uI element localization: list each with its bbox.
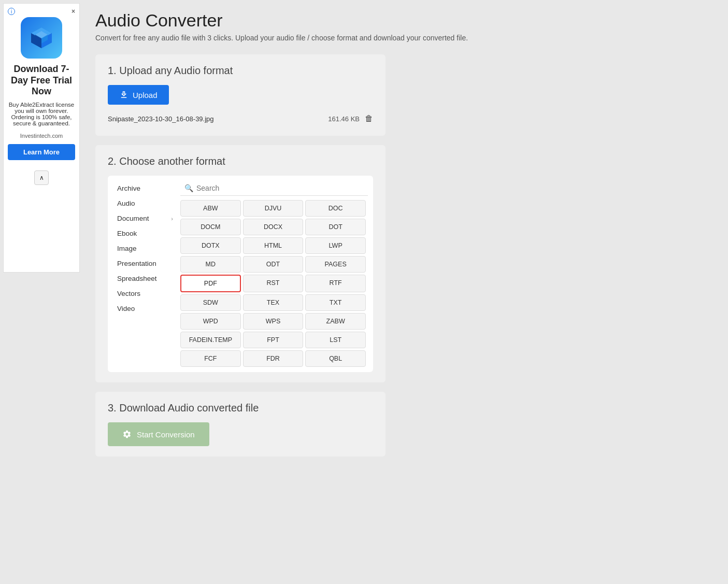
- format-section: 2. Choose another format ArchiveAudioDoc…: [95, 145, 386, 382]
- chevron-right-icon: ›: [171, 216, 173, 222]
- file-size: 161.46 KB: [328, 115, 360, 123]
- category-label: Presentation: [117, 260, 156, 267]
- ad-headline: Download 7-Day Free Trial Now: [8, 64, 75, 97]
- format-btn-pdf[interactable]: PDF: [180, 275, 241, 292]
- upload-icon: [119, 90, 129, 99]
- file-name: Snipaste_2023-10-30_16-08-39.jpg: [108, 115, 214, 123]
- ad-logo: [21, 17, 62, 59]
- page-subtitle: Convert for free any audio file with 3 c…: [95, 34, 712, 42]
- format-btn-fpt[interactable]: FPT: [243, 332, 304, 348]
- format-btn-txt[interactable]: TXT: [305, 294, 366, 311]
- delete-file-button[interactable]: 🗑: [365, 114, 373, 123]
- upload-section-title: 1. Upload any Audio format: [108, 65, 373, 77]
- category-item-audio[interactable]: Audio: [113, 196, 177, 211]
- ad-info-button[interactable]: i: [8, 8, 15, 15]
- format-btn-rtf[interactable]: RTF: [305, 275, 366, 292]
- category-item-video[interactable]: Video: [113, 301, 177, 316]
- category-label: Document: [117, 215, 149, 222]
- format-btn-wpd[interactable]: WPD: [180, 313, 241, 330]
- format-btn-html[interactable]: HTML: [243, 237, 304, 254]
- upload-button[interactable]: Upload: [108, 85, 169, 105]
- format-btn-docx[interactable]: DOCX: [243, 219, 304, 235]
- format-btn-djvu[interactable]: DJVU: [243, 200, 304, 217]
- format-btn-docm[interactable]: DOCM: [180, 219, 241, 235]
- download-section-title: 3. Download Audio converted file: [108, 402, 373, 414]
- format-btn-lst[interactable]: LST: [305, 332, 366, 348]
- format-btn-tex[interactable]: TEX: [243, 294, 304, 311]
- format-right: 🔍 ABWDJVUDOCDOCMDOCXDOTDOTXHTMLLWPMDODTP…: [180, 181, 368, 367]
- download-section: 3. Download Audio converted file Start C…: [95, 392, 386, 457]
- ad-body: Buy Able2Extract license you will own fo…: [8, 102, 75, 126]
- category-item-vectors[interactable]: Vectors: [113, 286, 177, 301]
- format-grid: ABWDJVUDOCDOCMDOCXDOTDOTXHTMLLWPMDODTPAG…: [180, 200, 368, 367]
- search-icon: 🔍: [184, 184, 193, 192]
- format-btn-qbl[interactable]: QBL: [305, 350, 366, 367]
- ad-close-button[interactable]: ×: [72, 8, 75, 15]
- category-label: Image: [117, 245, 137, 252]
- format-btn-doc[interactable]: DOC: [305, 200, 366, 217]
- format-btn-fadein-temp[interactable]: FADEIN.TEMP: [180, 332, 241, 348]
- upload-section: 1. Upload any Audio format Upload Snipas…: [95, 54, 386, 136]
- learn-more-button[interactable]: Learn More: [8, 144, 75, 160]
- ad-sidebar: i × Download 7-Day Free Trial Now Buy Ab…: [3, 3, 80, 273]
- category-item-document[interactable]: Document›: [113, 211, 177, 226]
- format-btn-dotx[interactable]: DOTX: [180, 237, 241, 254]
- start-conversion-button[interactable]: Start Conversion: [108, 422, 209, 446]
- format-btn-wps[interactable]: WPS: [243, 313, 304, 330]
- category-item-presentation[interactable]: Presentation: [113, 256, 177, 271]
- ad-close-row: i ×: [8, 8, 75, 15]
- format-btn-pages[interactable]: PAGES: [305, 256, 366, 273]
- category-label: Video: [117, 305, 135, 312]
- format-btn-zabw[interactable]: ZABW: [305, 313, 366, 330]
- category-label: Audio: [117, 200, 135, 207]
- format-btn-abw[interactable]: ABW: [180, 200, 241, 217]
- format-section-title: 2. Choose another format: [108, 155, 373, 167]
- ad-collapse-button[interactable]: ∧: [34, 170, 49, 185]
- category-list: ArchiveAudioDocument›EbookImagePresentat…: [113, 181, 180, 367]
- format-btn-rst[interactable]: RST: [243, 275, 304, 292]
- search-box: 🔍: [180, 181, 368, 196]
- file-size-row: 161.46 KB 🗑: [328, 114, 373, 123]
- category-item-archive[interactable]: Archive: [113, 181, 177, 196]
- format-btn-md[interactable]: MD: [180, 256, 241, 273]
- format-btn-fcf[interactable]: FCF: [180, 350, 241, 367]
- main-content: Audio Converter Convert for free any aud…: [80, 0, 728, 584]
- category-item-ebook[interactable]: Ebook: [113, 226, 177, 241]
- category-item-spreadsheet[interactable]: Spreadsheet: [113, 271, 177, 286]
- format-btn-fdr[interactable]: FDR: [243, 350, 304, 367]
- format-btn-odt[interactable]: ODT: [243, 256, 304, 273]
- category-label: Archive: [117, 184, 140, 192]
- search-input[interactable]: [196, 184, 364, 192]
- start-conversion-label: Start Conversion: [137, 430, 195, 439]
- category-label: Spreadsheet: [117, 275, 157, 282]
- format-btn-dot[interactable]: DOT: [305, 219, 366, 235]
- format-scroll-area: ABWDJVUDOCDOCMDOCXDOTDOTXHTMLLWPMDODTPAG…: [180, 200, 368, 367]
- gear-icon: [122, 430, 132, 439]
- ad-url: Investintech.com: [20, 133, 63, 139]
- page-title: Audio Converter: [95, 10, 712, 31]
- file-row: Snipaste_2023-10-30_16-08-39.jpg 161.46 …: [108, 112, 373, 125]
- format-btn-lwp[interactable]: LWP: [305, 237, 366, 254]
- format-chooser: ArchiveAudioDocument›EbookImagePresentat…: [108, 176, 373, 372]
- category-item-image[interactable]: Image: [113, 241, 177, 256]
- format-btn-sdw[interactable]: SDW: [180, 294, 241, 311]
- category-label: Vectors: [117, 290, 140, 297]
- category-label: Ebook: [117, 230, 137, 237]
